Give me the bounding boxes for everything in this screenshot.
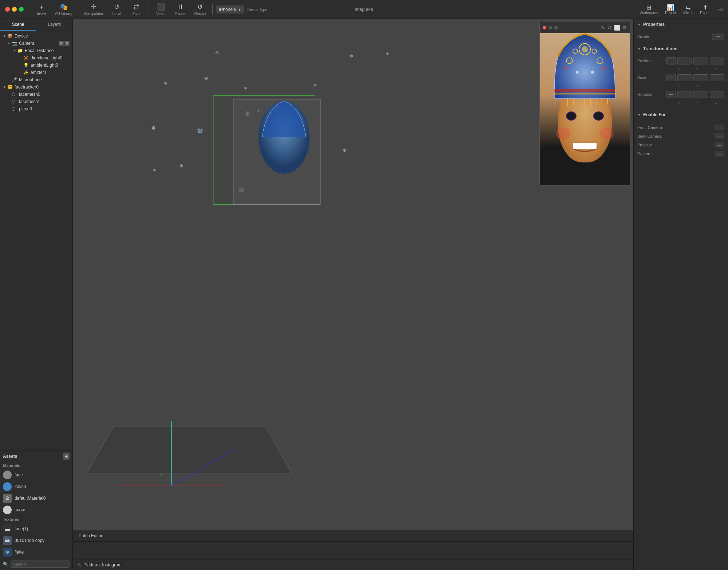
preview-refresh-icon[interactable]: ↺ — [607, 25, 612, 31]
tree-item-device[interactable]: ▼ 📦 Device — [0, 32, 72, 40]
svg-point-11 — [564, 67, 567, 70]
restart-button[interactable]: ↺ Restart — [191, 1, 209, 17]
transformations-label: Transformations — [643, 46, 677, 51]
mirror-icon: ⇆ — [686, 4, 690, 11]
scene-tree: ▼ 📦 Device ▼ 📷 Camera F B ▼ 📁 Focal Dist… — [0, 31, 72, 451]
export-button[interactable]: ⬆ Export — [697, 3, 713, 16]
db-copy-label: 001014db copy — [15, 538, 44, 543]
preview-crop-icon[interactable]: ⬜ — [614, 25, 620, 31]
tree-arrow-camera: ▼ — [7, 42, 12, 45]
patch-editor-label[interactable]: Patch Editor — [79, 533, 102, 538]
maximize-button[interactable] — [19, 7, 24, 12]
manipulator-button[interactable]: ✛ Manipulator — [81, 1, 106, 17]
tab-scene[interactable]: Scene — [0, 19, 36, 31]
workspace-button[interactable]: ⊞ Workspace — [637, 3, 661, 16]
preview-value[interactable]: — — [715, 142, 724, 148]
scale-minus[interactable]: — — [666, 74, 676, 81]
position-label: Position — [637, 59, 666, 63]
local-button[interactable]: ↺ Local — [108, 1, 126, 17]
asset-db-copy[interactable]: 🏔 001014db copy — [0, 535, 72, 546]
scale-x[interactable] — [677, 74, 692, 81]
tree-item-facemesh1[interactable]: ⬡ facemesh1 — [0, 98, 72, 105]
tree-item-facetracker[interactable]: ▼ 😊 facetracker0 — [0, 83, 72, 91]
window-title: snegurka — [355, 7, 373, 12]
tree-item-plane0[interactable]: ⬡ plane0 — [0, 105, 72, 113]
close-button[interactable] — [5, 7, 10, 12]
position-y[interactable] — [693, 58, 708, 64]
scale-z[interactable] — [710, 74, 724, 81]
back-camera-row: Back Camera — — [637, 132, 724, 141]
badge-f: F — [59, 41, 64, 46]
rotation-z[interactable] — [710, 91, 724, 98]
snowflake-15: ❄ — [342, 148, 347, 153]
viewport[interactable]: ❄❄❄❄❄❄❄❄❄❄❄❄❄❄❄❄❄❄ — [73, 19, 633, 530]
tab-layers[interactable]: Layers — [36, 19, 73, 31]
ar-library-icon: 🎭 — [60, 3, 68, 11]
position-x[interactable] — [677, 58, 692, 64]
preview-edit-icon[interactable]: ✎ — [601, 25, 605, 31]
preview-dot-red — [543, 26, 546, 30]
capture-value[interactable]: — — [715, 151, 724, 157]
report-button[interactable]: 📊 Report — [662, 3, 679, 16]
tree-item-camera[interactable]: ▼ 📷 Camera F B — [0, 40, 72, 47]
right-toolbar: ⊞ Workspace 📊 Report ⇆ Mirror ⬆ Export v… — [637, 3, 728, 16]
capture-label: Capture — [637, 152, 652, 156]
asset-face1[interactable]: ▬ face(1) — [0, 523, 72, 535]
pivot-button[interactable]: ⇄ Pivot — [127, 1, 146, 17]
position-z[interactable] — [710, 58, 724, 64]
export-label: Export — [700, 11, 711, 15]
tree-item-focal[interactable]: ▼ 📁 Focal Distance — [0, 47, 72, 54]
front-camera-value[interactable]: — — [715, 125, 724, 130]
mirror-button[interactable]: ⇆ Mirror — [680, 3, 696, 16]
focal-icon: 📁 — [17, 48, 23, 53]
asset-snow[interactable]: snow — [0, 504, 72, 516]
scale-y[interactable] — [693, 74, 708, 81]
pause-button[interactable]: ⏸ Pause — [172, 2, 190, 17]
tree-item-emitter[interactable]: ✨ emitter1 — [0, 69, 72, 76]
device-type-label: Device Type — [247, 8, 267, 12]
insert-button[interactable]: ＋ Insert — [32, 1, 51, 17]
tree-label-facemesh0: facemesh0 — [19, 92, 40, 97]
toolbar: ＋ Insert 🎭 AR Library ✛ Manipulator ↺ Lo… — [29, 1, 271, 17]
back-camera-value[interactable]: — — [715, 133, 724, 139]
visible-value[interactable]: — — [712, 33, 724, 40]
scale-z-label: Z — [707, 84, 724, 88]
manipulator-label: Manipulator — [84, 12, 103, 16]
asset-koksh[interactable]: koksh — [0, 481, 72, 492]
enable-for-header[interactable]: ▼ Enable For — [634, 109, 728, 120]
device-selector[interactable]: iPhone 8 ▾ — [216, 5, 244, 13]
minimize-button[interactable] — [12, 7, 17, 12]
tree-arrow-facetracker: ▼ — [3, 85, 7, 89]
add-asset-button[interactable]: + — [63, 453, 70, 460]
default-material-label: defaultMaterial0 — [15, 496, 46, 501]
transformations-header[interactable]: ▼ Transformations — [634, 43, 728, 54]
workspace-label: Workspace — [640, 11, 658, 15]
tree-item-facemesh0[interactable]: ⬡ facemesh0 — [0, 91, 72, 98]
scale-row: Scale — — [637, 74, 724, 81]
rotation-y[interactable] — [693, 91, 708, 98]
tree-label-microphone: Microphone — [19, 77, 42, 82]
assets-header[interactable]: Assets + — [0, 451, 72, 462]
patch-editor-tab-bar: Patch Editor — [73, 530, 633, 542]
rotation-minus[interactable]: — — [666, 91, 676, 98]
tree-label-ambient: ambientLight0 — [31, 63, 58, 68]
tree-arrow-device: ▼ — [3, 34, 7, 38]
search-input[interactable] — [11, 561, 70, 568]
teeth — [573, 143, 597, 149]
tree-item-directional[interactable]: 🔆 directionalLight0 — [0, 54, 72, 62]
rotation-x[interactable] — [677, 91, 692, 98]
asset-default-material[interactable]: ⚙ defaultMaterial0 — [0, 492, 72, 504]
properties-header[interactable]: ▼ Properties — [634, 19, 728, 30]
facemesh1-icon: ⬡ — [12, 99, 17, 104]
ar-library-button[interactable]: 🎭 AR Library — [52, 1, 75, 17]
tree-item-microphone[interactable]: 🎤 Microphone — [0, 76, 72, 83]
position-minus[interactable]: — — [666, 57, 676, 64]
asset-flake[interactable]: ❄ flake — [0, 546, 72, 558]
right-panel: ▼ Properties Visible — ▼ Transformations… — [633, 19, 728, 570]
tree-item-ambient[interactable]: 💡 ambientLight0 — [0, 62, 72, 69]
assets-panel: Assets + Materials face koksh ⚙ defaultM… — [0, 451, 72, 558]
preview-gear-icon[interactable]: ⚙ — [622, 25, 627, 31]
asset-face[interactable]: face — [0, 469, 72, 481]
flake-thumb: ❄ — [3, 548, 12, 557]
video-button[interactable]: ⬛ Video — [152, 1, 170, 17]
